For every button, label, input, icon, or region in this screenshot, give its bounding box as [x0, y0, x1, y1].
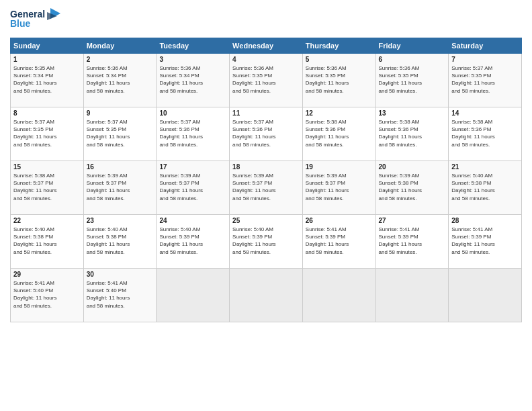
day-number: 20 [379, 163, 446, 171]
logo-svg: GeneralBlue [10, 7, 64, 32]
day-number: 27 [379, 217, 446, 224]
cell-5-2 [157, 269, 230, 322]
calendar-table: SundayMondayTuesdayWednesdayThursdayFrid… [10, 38, 522, 322]
cell-info: Sunrise: 5:36 AMSunset: 5:35 PMDaylight:… [232, 64, 300, 95]
cell-info: Sunrise: 5:41 AMSunset: 5:40 PMDaylight:… [13, 279, 81, 310]
page: GeneralBlue SundayMondayTuesdayWednesday… [0, 0, 532, 411]
day-number: 2 [87, 56, 154, 63]
header-row: SundayMondayTuesdayWednesdayThursdayFrid… [11, 38, 522, 54]
cell-info: Sunrise: 5:40 AMSunset: 5:39 PMDaylight:… [232, 226, 300, 256]
day-number: 19 [306, 163, 373, 171]
cell-info: Sunrise: 5:40 AMSunset: 5:39 PMDaylight:… [159, 226, 226, 256]
day-number: 1 [13, 56, 81, 63]
cell-5-5 [375, 269, 449, 322]
cell-info: Sunrise: 5:41 AMSunset: 5:39 PMDaylight:… [306, 226, 373, 256]
cell-info: Sunrise: 5:38 AMSunset: 5:36 PMDaylight:… [379, 118, 446, 148]
cell-1-1: 2Sunrise: 5:36 AMSunset: 5:34 PMDaylight… [83, 54, 157, 107]
cell-3-5: 20Sunrise: 5:39 AMSunset: 5:38 PMDayligh… [375, 161, 449, 215]
day-number: 14 [451, 109, 519, 117]
cell-info: Sunrise: 5:38 AMSunset: 5:36 PMDaylight:… [306, 118, 373, 148]
day-number: 4 [232, 56, 300, 63]
day-number: 12 [306, 109, 373, 117]
day-number: 9 [87, 109, 154, 117]
cell-info: Sunrise: 5:41 AMSunset: 5:40 PMDaylight:… [87, 279, 154, 310]
day-number: 28 [451, 217, 519, 224]
day-number: 24 [159, 217, 226, 224]
week-row-4: 22Sunrise: 5:40 AMSunset: 5:38 PMDayligh… [11, 215, 522, 269]
cell-info: Sunrise: 5:40 AMSunset: 5:38 PMDaylight:… [87, 226, 154, 256]
cell-3-2: 17Sunrise: 5:39 AMSunset: 5:37 PMDayligh… [157, 161, 230, 215]
cell-4-2: 24Sunrise: 5:40 AMSunset: 5:39 PMDayligh… [157, 215, 230, 269]
cell-3-1: 16Sunrise: 5:39 AMSunset: 5:37 PMDayligh… [83, 161, 157, 215]
cell-info: Sunrise: 5:36 AMSunset: 5:35 PMDaylight:… [306, 64, 373, 95]
cell-5-4 [302, 269, 375, 322]
header-wednesday: Wednesday [230, 38, 303, 54]
cell-info: Sunrise: 5:37 AMSunset: 5:35 PMDaylight:… [451, 64, 519, 95]
cell-2-1: 9Sunrise: 5:37 AMSunset: 5:35 PMDaylight… [83, 107, 157, 161]
day-number: 16 [87, 163, 154, 171]
day-number: 8 [13, 109, 81, 117]
day-number: 22 [13, 217, 81, 224]
header-friday: Friday [375, 38, 449, 54]
cell-info: Sunrise: 5:38 AMSunset: 5:37 PMDaylight:… [13, 172, 81, 202]
cell-2-2: 10Sunrise: 5:37 AMSunset: 5:36 PMDayligh… [157, 107, 230, 161]
cell-3-4: 19Sunrise: 5:39 AMSunset: 5:37 PMDayligh… [302, 161, 375, 215]
cell-info: Sunrise: 5:39 AMSunset: 5:37 PMDaylight:… [232, 172, 300, 202]
day-number: 3 [159, 56, 226, 63]
cell-3-3: 18Sunrise: 5:39 AMSunset: 5:37 PMDayligh… [230, 161, 303, 215]
cell-4-0: 22Sunrise: 5:40 AMSunset: 5:38 PMDayligh… [11, 215, 84, 269]
cell-info: Sunrise: 5:39 AMSunset: 5:37 PMDaylight:… [87, 172, 154, 202]
cell-info: Sunrise: 5:36 AMSunset: 5:34 PMDaylight:… [159, 64, 226, 95]
day-number: 25 [232, 217, 300, 224]
cell-2-5: 13Sunrise: 5:38 AMSunset: 5:36 PMDayligh… [375, 107, 449, 161]
cell-info: Sunrise: 5:41 AMSunset: 5:39 PMDaylight:… [379, 226, 446, 256]
cell-4-3: 25Sunrise: 5:40 AMSunset: 5:39 PMDayligh… [230, 215, 303, 269]
cell-4-6: 28Sunrise: 5:41 AMSunset: 5:39 PMDayligh… [449, 215, 522, 269]
cell-info: Sunrise: 5:39 AMSunset: 5:38 PMDaylight:… [379, 172, 446, 202]
cell-info: Sunrise: 5:35 AMSunset: 5:34 PMDaylight:… [13, 64, 81, 95]
day-number: 13 [379, 109, 446, 117]
cell-1-3: 4Sunrise: 5:36 AMSunset: 5:35 PMDaylight… [230, 54, 303, 107]
header-thursday: Thursday [302, 38, 375, 54]
svg-text:Blue: Blue [10, 18, 31, 29]
cell-4-1: 23Sunrise: 5:40 AMSunset: 5:38 PMDayligh… [83, 215, 157, 269]
cell-2-4: 12Sunrise: 5:38 AMSunset: 5:36 PMDayligh… [302, 107, 375, 161]
cell-3-6: 21Sunrise: 5:40 AMSunset: 5:38 PMDayligh… [449, 161, 522, 215]
cell-info: Sunrise: 5:37 AMSunset: 5:36 PMDaylight:… [159, 118, 226, 148]
day-number: 5 [306, 56, 373, 63]
day-number: 18 [232, 163, 300, 171]
week-row-1: 1Sunrise: 5:35 AMSunset: 5:34 PMDaylight… [11, 54, 522, 107]
day-number: 30 [87, 271, 154, 278]
cell-4-5: 27Sunrise: 5:41 AMSunset: 5:39 PMDayligh… [375, 215, 449, 269]
day-number: 6 [379, 56, 446, 63]
header-sunday: Sunday [11, 38, 84, 54]
cell-5-1: 30Sunrise: 5:41 AMSunset: 5:40 PMDayligh… [83, 269, 157, 322]
day-number: 11 [232, 109, 300, 117]
cell-4-4: 26Sunrise: 5:41 AMSunset: 5:39 PMDayligh… [302, 215, 375, 269]
cell-2-6: 14Sunrise: 5:38 AMSunset: 5:36 PMDayligh… [449, 107, 522, 161]
cell-1-4: 5Sunrise: 5:36 AMSunset: 5:35 PMDaylight… [302, 54, 375, 107]
logo: GeneralBlue [10, 7, 64, 32]
cell-info: Sunrise: 5:36 AMSunset: 5:34 PMDaylight:… [87, 64, 154, 95]
day-number: 29 [13, 271, 81, 278]
cell-info: Sunrise: 5:40 AMSunset: 5:38 PMDaylight:… [13, 226, 81, 256]
day-number: 26 [306, 217, 373, 224]
cell-2-0: 8Sunrise: 5:37 AMSunset: 5:35 PMDaylight… [11, 107, 84, 161]
cell-5-0: 29Sunrise: 5:41 AMSunset: 5:40 PMDayligh… [11, 269, 84, 322]
week-row-3: 15Sunrise: 5:38 AMSunset: 5:37 PMDayligh… [11, 161, 522, 215]
cell-1-0: 1Sunrise: 5:35 AMSunset: 5:34 PMDaylight… [11, 54, 84, 107]
week-row-2: 8Sunrise: 5:37 AMSunset: 5:35 PMDaylight… [11, 107, 522, 161]
cell-info: Sunrise: 5:36 AMSunset: 5:35 PMDaylight:… [379, 64, 446, 95]
cell-5-3 [230, 269, 303, 322]
week-row-5: 29Sunrise: 5:41 AMSunset: 5:40 PMDayligh… [11, 269, 522, 322]
cell-info: Sunrise: 5:40 AMSunset: 5:38 PMDaylight:… [451, 172, 519, 202]
day-number: 10 [159, 109, 226, 117]
cell-1-2: 3Sunrise: 5:36 AMSunset: 5:34 PMDaylight… [157, 54, 230, 107]
cell-info: Sunrise: 5:39 AMSunset: 5:37 PMDaylight:… [306, 172, 373, 202]
cell-info: Sunrise: 5:41 AMSunset: 5:39 PMDaylight:… [451, 226, 519, 256]
header-tuesday: Tuesday [157, 38, 230, 54]
cell-info: Sunrise: 5:39 AMSunset: 5:37 PMDaylight:… [159, 172, 226, 202]
cell-3-0: 15Sunrise: 5:38 AMSunset: 5:37 PMDayligh… [11, 161, 84, 215]
header-saturday: Saturday [449, 38, 522, 54]
day-number: 21 [451, 163, 519, 171]
